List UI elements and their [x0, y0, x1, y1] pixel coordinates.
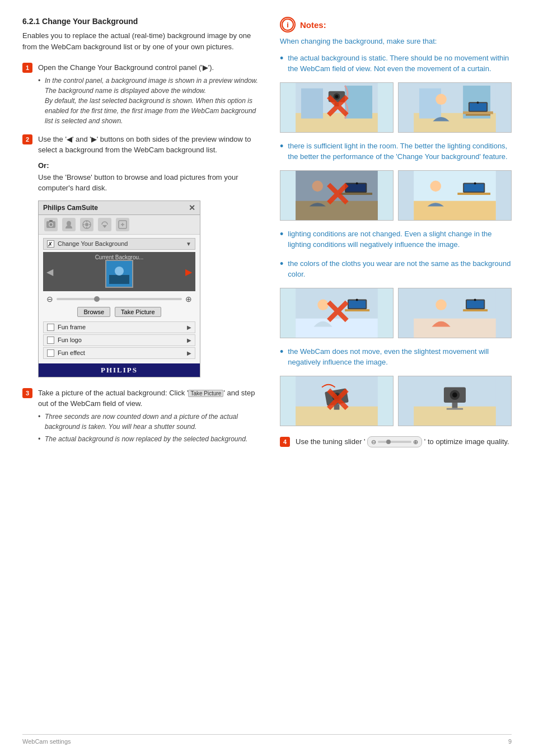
svg-rect-16 [109, 275, 129, 284]
image-pair-2: ✕ [280, 170, 512, 221]
step-4-text: Use the tuning slider ' [296, 437, 366, 446]
image-bad-4: ✕ [280, 376, 394, 426]
svg-rect-34 [470, 103, 486, 111]
funframe-arrow[interactable]: ▶ [187, 324, 191, 330]
step-1-content: Open the Change Your Background control … [38, 62, 263, 128]
notes-bullet-3: • lighting conditions are not changed. E… [280, 228, 512, 250]
image-bad-1: ✕ [280, 82, 394, 133]
footer: WebCam settings 9 [22, 734, 512, 745]
funframe-checkbox[interactable] [47, 324, 54, 331]
funlogo-arrow[interactable]: ▶ [187, 337, 191, 343]
funeffect-checkbox[interactable] [47, 349, 54, 357]
step-3-main: Take a picture of the actual background:… [38, 389, 255, 408]
step-3-bullet-2: The actual background is now replaced by… [38, 434, 263, 444]
step-2-main: Use the '◀' and '▶' buttons on both side… [38, 135, 251, 155]
svg-point-76 [452, 392, 457, 397]
funlogo-checkbox[interactable] [47, 337, 54, 344]
bullet-text-4: the colors of the cloths you wear are no… [288, 258, 512, 280]
app-titlebar: Philips CamSuite ✕ [39, 201, 200, 215]
svg-text:i: i [287, 21, 289, 29]
svg-point-36 [477, 101, 479, 104]
svg-point-17 [115, 267, 124, 276]
step-4-text2: ' to optimize image quality. [424, 437, 509, 446]
funlogo-label: Fun logo [58, 337, 82, 343]
step-1-main: Open the Change Your Background control … [38, 63, 214, 72]
funframe-label: Fun frame [58, 324, 86, 330]
step-3-bullet-1: Three seconds are now counted down and a… [38, 412, 263, 432]
next-arrow[interactable]: ▶ [185, 266, 192, 277]
svg-rect-62 [463, 309, 488, 311]
bad-image-x-1: ✕ [280, 83, 393, 132]
svg-rect-47 [457, 193, 490, 195]
preview-area: Current Backgrou... ◀ ▶ [43, 252, 195, 291]
notes-bullet-2: • there is sufficient light in the room.… [280, 141, 512, 162]
app-section-header: ✗ Change Your Background ▼ [43, 238, 195, 250]
bullet-dot-1: • [280, 53, 283, 63]
section-dropdown-arrow[interactable]: ▼ [186, 241, 191, 247]
bullet-dot-5: • [280, 347, 283, 357]
button-row: Browse Take Picture [43, 307, 195, 317]
step-3: 3 Take a picture of the actual backgroun… [22, 388, 263, 446]
list-item-funlogo: Fun logo ▶ [43, 334, 195, 346]
svg-rect-78 [447, 408, 463, 409]
slider-minus-icon[interactable]: ⊖ [45, 295, 54, 304]
list-item-funeffect: Fun effect ▶ [43, 347, 195, 359]
slider-inline-plus: ⊕ [413, 437, 418, 447]
or-label: Or: [38, 161, 263, 170]
list-item-funlogo-left: Fun logo [47, 337, 82, 344]
step-4: 4 Use the tuning slider ' ⊖ ⊕ ' to optim… [280, 436, 512, 448]
image-good-4 [398, 376, 512, 426]
slider-inline-minus: ⊖ [371, 437, 376, 447]
notes-bullet-1: • the actual background is static. There… [280, 53, 512, 74]
notes-bullet-5: • the WebCam does not move, even the sli… [280, 346, 512, 368]
bullet-dot-4: • [280, 259, 283, 269]
app-window: Philips CamSuite ✕ [38, 200, 200, 377]
slider-plus-icon[interactable]: ⊕ [184, 295, 193, 304]
svg-rect-35 [466, 114, 490, 115]
step-1-number: 1 [22, 63, 32, 73]
right-column: i Notes: When changing the background, m… [280, 17, 512, 722]
footer-page: 9 [508, 738, 512, 745]
image-bad-2: ✕ [280, 170, 394, 221]
app-brand-footer: PHILIPS [39, 363, 200, 377]
svg-point-61 [435, 299, 447, 310]
svg-point-37 [435, 94, 447, 105]
step-4-content: Use the tuning slider ' ⊖ ⊕ ' to optimiz… [296, 436, 509, 448]
svg-rect-46 [414, 200, 496, 220]
funeffect-arrow[interactable]: ▶ [187, 350, 191, 356]
step-4-slider: ⊖ ⊕ [367, 436, 422, 448]
section-checkbox[interactable]: ✗ [47, 240, 54, 248]
browse-button[interactable]: Browse [77, 307, 110, 317]
svg-rect-60 [414, 318, 496, 337]
prev-arrow[interactable]: ◀ [46, 266, 53, 277]
notes-bullet-4: • the colors of the cloths you wear are … [280, 258, 512, 280]
funeffect-label: Fun effect [58, 349, 85, 356]
section-label: Change Your Background [58, 240, 128, 247]
svg-rect-1 [49, 220, 53, 222]
app-close-button[interactable]: ✕ [189, 203, 195, 212]
notes-title: Notes: [300, 20, 326, 30]
toolbar-icon-3[interactable] [80, 218, 93, 231]
left-column: 6.2.1 Change Your Background Enables you… [22, 17, 263, 722]
toolbar-icon-2[interactable] [62, 218, 76, 231]
step-1: 1 Open the Change Your Background contro… [22, 62, 263, 128]
bullet-dot-3: • [280, 229, 283, 239]
take-picture-button[interactable]: Take Picture [115, 307, 161, 317]
slider-thumb [94, 296, 100, 302]
toolbar-icon-1[interactable] [44, 218, 58, 231]
step-3-content: Take a picture of the actual background:… [38, 388, 263, 446]
image-pair-3: ✕ [280, 288, 512, 338]
image-good-2 [398, 170, 512, 221]
toolbar-icon-5[interactable] [116, 218, 129, 231]
app-toolbar [39, 215, 200, 235]
slider-inline-track [378, 441, 411, 443]
list-item-funframe: Fun frame ▶ [43, 321, 195, 333]
svg-rect-64 [467, 300, 484, 308]
bad-image-x-3: ✕ [280, 288, 393, 338]
step-3-number: 3 [22, 388, 32, 398]
slider-track[interactable] [57, 298, 182, 300]
list-item-funeffect-left: Fun effect [47, 349, 85, 357]
footer-left: WebCam settings [22, 738, 71, 745]
toolbar-icon-4[interactable] [98, 218, 111, 231]
slider-row: ⊖ ⊕ [43, 295, 195, 304]
